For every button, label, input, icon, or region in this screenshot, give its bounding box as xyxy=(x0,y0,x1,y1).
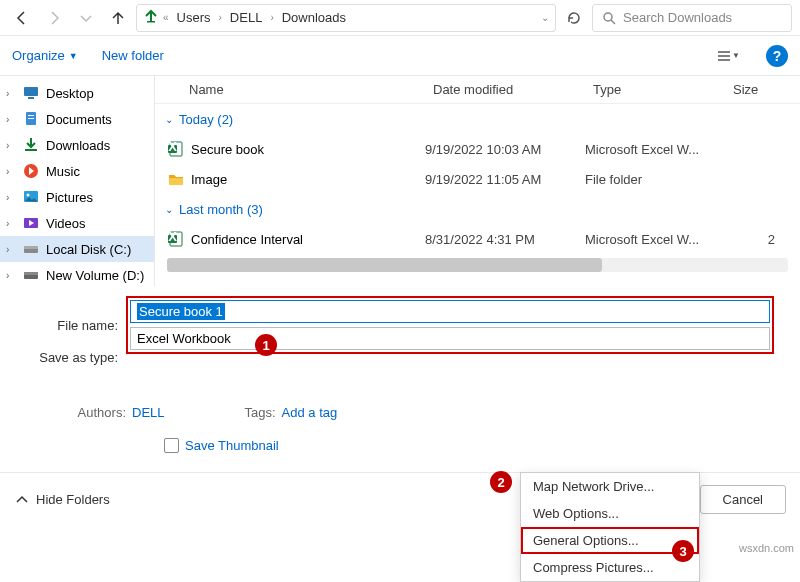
svg-rect-15 xyxy=(24,272,38,275)
hide-folders-button[interactable]: Hide Folders xyxy=(14,492,110,508)
tree-label: Pictures xyxy=(46,190,93,205)
recent-button[interactable] xyxy=(72,4,100,32)
menu-web-options[interactable]: Web Options... xyxy=(521,500,699,527)
address-toolbar: « Users › DELL › Downloads ⌄ Search Down… xyxy=(0,0,800,36)
tree-label: New Volume (D:) xyxy=(46,268,144,283)
view-options-button[interactable]: ▼ xyxy=(714,42,742,70)
navigation-tree[interactable]: ›Desktop ›Documents ›Downloads ›Music ›P… xyxy=(0,76,155,286)
tree-label: Videos xyxy=(46,216,86,231)
breadcrumb-segment[interactable]: Users xyxy=(173,8,215,27)
svg-rect-2 xyxy=(24,87,38,96)
savetype-value: Excel Workbook xyxy=(137,331,231,346)
col-name[interactable]: Name xyxy=(155,82,425,97)
file-name: Confidence Interval xyxy=(187,232,425,247)
file-name: Secure book xyxy=(187,142,425,157)
drive-icon xyxy=(22,240,40,258)
col-type[interactable]: Type xyxy=(585,82,725,97)
savetype-select[interactable]: Excel Workbook xyxy=(130,327,770,350)
cancel-button[interactable]: Cancel xyxy=(700,485,786,514)
organize-menu[interactable]: Organize ▼ xyxy=(12,48,78,63)
breadcrumb-chevron: › xyxy=(219,12,222,23)
caret-down-icon: ▼ xyxy=(69,51,78,61)
address-dropdown-icon[interactable]: ⌄ xyxy=(541,12,549,23)
group-last-month[interactable]: ⌄Last month (3) xyxy=(155,194,800,224)
group-today[interactable]: ⌄Today (2) xyxy=(155,104,800,134)
download-icon xyxy=(22,136,40,154)
drive-icon xyxy=(22,266,40,284)
bottom-bar: Hide Folders Tools ▼ Save Cancel Map Net… xyxy=(0,472,800,582)
breadcrumb-segment[interactable]: DELL xyxy=(226,8,267,27)
svg-rect-0 xyxy=(147,21,155,23)
main-area: ›Desktop ›Documents ›Downloads ›Music ›P… xyxy=(0,76,800,286)
file-row[interactable]: Image 9/19/2022 11:05 AM File folder xyxy=(155,164,800,194)
tree-item-videos[interactable]: ›Videos xyxy=(0,210,154,236)
svg-rect-13 xyxy=(24,246,38,249)
pictures-icon xyxy=(22,188,40,206)
chevron-down-icon: ⌄ xyxy=(165,114,173,125)
arrow-left-icon xyxy=(14,10,30,26)
videos-icon xyxy=(22,214,40,232)
annotation-2: 2 xyxy=(490,471,512,493)
pin-icon xyxy=(143,8,159,27)
tree-item-local-disk-c[interactable]: ›Local Disk (C:) xyxy=(0,236,154,262)
chevron-down-icon: ⌄ xyxy=(165,204,173,215)
tree-item-pictures[interactable]: ›Pictures xyxy=(0,184,154,210)
tags-label: Tags: xyxy=(245,405,276,420)
help-button[interactable]: ? xyxy=(766,45,788,67)
file-type: Microsoft Excel W... xyxy=(585,232,725,247)
refresh-button[interactable] xyxy=(560,4,588,32)
scrollbar-thumb[interactable] xyxy=(167,258,602,272)
tree-item-desktop[interactable]: ›Desktop xyxy=(0,80,154,106)
save-thumbnail-checkbox[interactable] xyxy=(164,438,179,453)
filename-input[interactable]: Secure book 1 xyxy=(130,300,770,323)
address-bar[interactable]: « Users › DELL › Downloads ⌄ xyxy=(136,4,556,32)
tree-item-music[interactable]: ›Music xyxy=(0,158,154,184)
svg-rect-6 xyxy=(28,118,34,119)
authors-label: Authors: xyxy=(34,405,126,420)
svg-point-10 xyxy=(27,194,30,197)
tree-item-documents[interactable]: ›Documents xyxy=(0,106,154,132)
group-label: Last month (3) xyxy=(179,202,263,217)
search-box[interactable]: Search Downloads xyxy=(592,4,792,32)
save-thumbnail-label[interactable]: Save Thumbnail xyxy=(185,438,279,453)
filename-value: Secure book 1 xyxy=(137,303,225,320)
group-label: Today (2) xyxy=(179,112,233,127)
file-date: 8/31/2022 4:31 PM xyxy=(425,232,585,247)
authors-value[interactable]: DELL xyxy=(132,405,165,420)
folder-icon xyxy=(165,170,187,188)
annotation-1: 1 xyxy=(255,334,277,356)
tree-label: Music xyxy=(46,164,80,179)
desktop-icon xyxy=(22,84,40,102)
new-folder-button[interactable]: New folder xyxy=(102,48,164,63)
column-headers[interactable]: Name Date modified Type Size xyxy=(155,76,800,104)
svg-rect-7 xyxy=(25,149,37,151)
file-size: 2 xyxy=(725,232,775,247)
breadcrumb-segment[interactable]: Downloads xyxy=(278,8,350,27)
chevron-down-icon xyxy=(78,10,94,26)
breadcrumb-chevron: « xyxy=(163,12,169,23)
up-button[interactable] xyxy=(104,4,132,32)
music-icon xyxy=(22,162,40,180)
file-row[interactable]: X Secure book 9/19/2022 10:03 AM Microso… xyxy=(155,134,800,164)
menu-map-network-drive[interactable]: Map Network Drive... xyxy=(521,473,699,500)
arrow-up-icon xyxy=(110,10,126,26)
tree-item-new-volume-d[interactable]: ›New Volume (D:) xyxy=(0,262,154,286)
col-date[interactable]: Date modified xyxy=(425,82,585,97)
savetype-label: Save as type: xyxy=(14,322,126,365)
file-row[interactable]: X Confidence Interval 8/31/2022 4:31 PM … xyxy=(155,224,800,254)
col-size[interactable]: Size xyxy=(725,82,775,97)
tree-item-downloads[interactable]: ›Downloads xyxy=(0,132,154,158)
back-button[interactable] xyxy=(8,4,36,32)
document-icon xyxy=(22,110,40,128)
menu-compress-pictures[interactable]: Compress Pictures... xyxy=(521,554,699,581)
file-list[interactable]: Name Date modified Type Size ⌄Today (2) … xyxy=(155,76,800,286)
tree-label: Desktop xyxy=(46,86,94,101)
horizontal-scrollbar[interactable] xyxy=(167,258,788,272)
forward-button[interactable] xyxy=(40,4,68,32)
hamburger-icon xyxy=(716,48,732,64)
chevron-up-icon xyxy=(14,492,30,508)
svg-text:X: X xyxy=(168,230,177,244)
tags-value[interactable]: Add a tag xyxy=(282,405,338,420)
command-bar: Organize ▼ New folder ▼ ? xyxy=(0,36,800,76)
tree-label: Local Disk (C:) xyxy=(46,242,131,257)
